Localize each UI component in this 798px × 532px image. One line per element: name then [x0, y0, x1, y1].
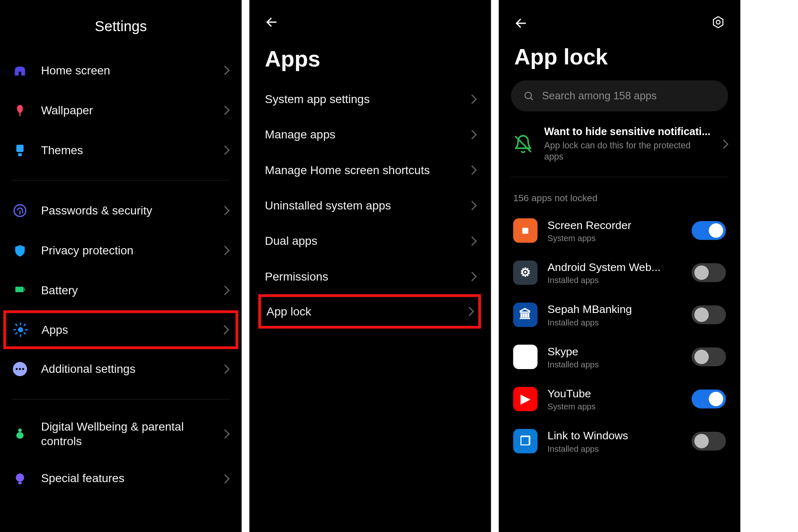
- battery-icon: [10, 281, 30, 300]
- settings-screen: Settings Home screenWallpaperThemesPassw…: [0, 0, 241, 532]
- settings-row-special-features[interactable]: Special features: [0, 458, 241, 498]
- app-name: YouTube: [547, 387, 682, 400]
- svg-rect-9: [25, 329, 27, 330]
- svg-rect-20: [18, 482, 22, 484]
- chevron-right-icon: [719, 139, 729, 149]
- app-row-screen-recorder: ■Screen RecorderSystem apps: [499, 209, 740, 251]
- settings-row-apps[interactable]: Apps: [3, 310, 238, 349]
- svg-rect-8: [13, 329, 16, 330]
- settings-row-passwords-security[interactable]: Passwords & security: [0, 191, 241, 231]
- settings-row-home-screen[interactable]: Home screen: [0, 50, 241, 90]
- back-button[interactable]: [514, 17, 527, 30]
- settings-icon[interactable]: [712, 15, 725, 31]
- svg-rect-6: [20, 323, 21, 325]
- home-icon: [10, 60, 30, 80]
- back-button[interactable]: [265, 15, 278, 29]
- apps-row-permissions[interactable]: Permissions: [249, 259, 491, 294]
- apps-row-label: Permissions: [265, 270, 460, 283]
- app-name: Screen Recorder: [547, 219, 682, 232]
- settings-row-label: Apps: [42, 323, 210, 337]
- chevron-right-icon: [468, 201, 477, 210]
- settings-row-label: Themes: [41, 143, 211, 158]
- svg-point-5: [18, 327, 23, 332]
- app-lock-toggle-skype[interactable]: [692, 347, 726, 366]
- chevron-right-icon: [468, 272, 477, 281]
- apps-row-dual-apps[interactable]: Dual apps: [249, 223, 491, 259]
- chevron-right-icon: [220, 246, 230, 255]
- search-input[interactable]: Search among 158 apps: [511, 80, 728, 111]
- app-lock-toggle-youtube[interactable]: [692, 389, 726, 408]
- settings-row-label: Special features: [41, 471, 211, 486]
- app-name: Skype: [547, 345, 682, 358]
- themes-icon: [10, 140, 30, 160]
- app-row-sepah-mbanking: 🏛Sepah MBankingInstalled apps: [499, 294, 740, 336]
- svg-rect-12: [23, 323, 26, 326]
- hint-title: Want to hide sensitive notificati...: [544, 126, 710, 138]
- apps-row-manage-apps[interactable]: Manage apps: [249, 117, 491, 152]
- chevron-right-icon: [220, 474, 230, 483]
- search-placeholder: Search among 158 apps: [542, 90, 657, 102]
- app-name: Sepah MBanking: [547, 303, 682, 316]
- app-row-youtube: ▶YouTubeSystem apps: [499, 378, 740, 420]
- svg-rect-10: [15, 323, 18, 326]
- settings-row-digital-wellbeing[interactable]: Digital Wellbeing & parental controls: [0, 409, 241, 458]
- settings-row-additional-settings[interactable]: Additional settings: [0, 349, 241, 389]
- app-icon-youtube: ▶: [513, 387, 538, 411]
- app-name: Android System Web...: [547, 261, 682, 273]
- apps-row-uninstalled-system-apps[interactable]: Uninstalled system apps: [249, 188, 491, 223]
- settings-row-privacy-protection[interactable]: Privacy protection: [0, 231, 241, 271]
- chevron-right-icon: [220, 325, 229, 335]
- svg-rect-13: [15, 332, 18, 335]
- app-icon-screen-recorder: ■: [513, 218, 538, 243]
- apps-row-app-lock[interactable]: App lock: [258, 294, 481, 329]
- hide-notifications-hint[interactable]: Want to hide sensitive notificati... App…: [499, 111, 740, 177]
- apps-row-label: Manage Home screen shortcuts: [265, 163, 460, 177]
- chevron-right-icon: [220, 429, 230, 439]
- shield-icon: [10, 241, 30, 261]
- section-label: 156 apps not locked: [499, 177, 740, 209]
- app-category: Installed apps: [547, 275, 682, 285]
- app-lock-toggle-link-to-windows[interactable]: [692, 432, 726, 451]
- app-lock-toggle-screen-recorder[interactable]: [692, 221, 726, 240]
- apps-row-system-app-settings[interactable]: System app settings: [249, 81, 491, 117]
- svg-rect-11: [23, 332, 26, 335]
- app-icon-sepah-mbanking: 🏛: [513, 303, 538, 327]
- settings-row-label: Privacy protection: [41, 243, 211, 258]
- app-name: Link to Windows: [547, 429, 682, 442]
- chevron-right-icon: [220, 206, 230, 215]
- app-category: System apps: [547, 401, 682, 411]
- settings-row-label: Additional settings: [41, 362, 211, 376]
- bell-off-icon: [512, 133, 534, 155]
- apps-row-label: System app settings: [265, 93, 460, 106]
- chevron-right-icon: [220, 286, 230, 295]
- app-lock-toggle-android-webview[interactable]: [692, 263, 726, 282]
- app-category: Installed apps: [547, 360, 682, 369]
- svg-rect-3: [15, 287, 24, 292]
- settings-row-wallpaper[interactable]: Wallpaper: [0, 90, 241, 130]
- settings-row-battery[interactable]: Battery: [0, 271, 241, 310]
- svg-point-25: [525, 92, 532, 99]
- app-row-skype: SSkypeInstalled apps: [499, 336, 740, 378]
- app-category: Installed apps: [547, 317, 682, 327]
- svg-line-26: [530, 98, 533, 100]
- settings-row-themes[interactable]: Themes: [0, 130, 241, 170]
- apps-row-label: Manage apps: [265, 128, 460, 141]
- hint-subtitle: App lock can do this for the protected a…: [544, 140, 710, 162]
- settings-row-label: Wallpaper: [41, 103, 211, 118]
- chevron-right-icon: [220, 106, 230, 115]
- apps-row-label: Uninstalled system apps: [265, 199, 460, 212]
- flower-icon: [10, 100, 30, 120]
- chevron-right-icon: [220, 66, 230, 75]
- bulb-icon: [10, 468, 30, 488]
- apps-screen: Apps System app settingsManage appsManag…: [249, 0, 491, 532]
- chevron-right-icon: [465, 307, 474, 316]
- app-icon-android-webview: ⚙: [513, 261, 538, 285]
- chevron-right-icon: [220, 145, 230, 155]
- apps-row-manage-home-shortcuts[interactable]: Manage Home screen shortcuts: [249, 153, 491, 188]
- page-title: App lock: [499, 31, 740, 77]
- app-lock-screen: App lock Search among 158 apps Want to h…: [499, 0, 740, 532]
- gear-icon: [10, 320, 30, 340]
- app-row-android-webview: ⚙Android System Web...Installed apps: [499, 251, 740, 293]
- fingerprint-icon: [10, 201, 30, 221]
- app-lock-toggle-sepah-mbanking[interactable]: [692, 305, 726, 324]
